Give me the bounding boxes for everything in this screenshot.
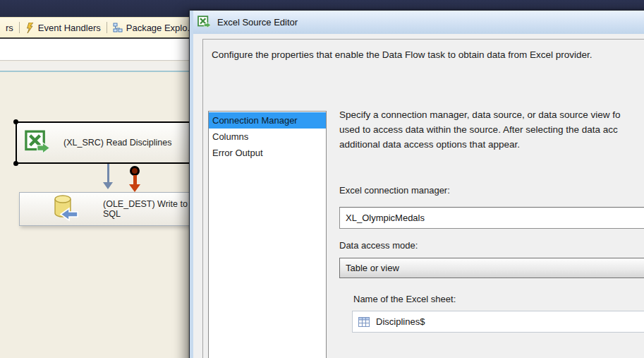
- info-line: used to access data within the source. A…: [339, 122, 620, 137]
- dialog-title: Excel Source Editor: [217, 17, 298, 28]
- dataflow-destination-label: (OLE_DEST) Write to SQL: [103, 199, 191, 219]
- excel-icon: [25, 130, 51, 155]
- dataflow-source-label: (XL_SRC) Read Disciplines: [63, 138, 172, 148]
- excel-source-editor-dialog: Excel Source Editor Configure the proper…: [189, 10, 644, 358]
- excel-connection-manager-value: XL_OlympicMedals: [346, 213, 425, 223]
- dialog-client-area: Configure the properties that enable the…: [193, 34, 644, 358]
- error-path-origin[interactable]: [130, 166, 140, 176]
- dialog-titlebar[interactable]: Excel Source Editor: [193, 11, 644, 34]
- page-item-connection-manager[interactable]: Connection Manager: [209, 112, 326, 129]
- tab-event-handlers-label: Event Handlers: [38, 23, 101, 33]
- tab-truncated-label: rs: [6, 23, 13, 33]
- data-access-mode-label: Data access mode:: [339, 240, 418, 251]
- tab-event-handlers[interactable]: Event Handlers: [20, 18, 107, 37]
- error-path-arrowhead[interactable]: [129, 184, 140, 192]
- data-access-mode-value: Table or view: [346, 263, 399, 273]
- package-explorer-icon: [113, 23, 123, 33]
- screenshot-root: rs Event Handlers Package Ex: [0, 0, 644, 358]
- connection-manager-info-text: Specify a connection manager, data sourc…: [339, 107, 620, 152]
- info-line: Specify a connection manager, data sourc…: [339, 107, 620, 122]
- data-access-mode-combo[interactable]: Table or view: [339, 258, 644, 278]
- excel-sheet-name-value: Disciplines$: [376, 316, 425, 327]
- data-path-arrowhead[interactable]: [103, 182, 113, 189]
- excel-connection-manager-combo[interactable]: XL_OlympicMedals: [339, 207, 644, 229]
- excel-icon: [198, 16, 212, 29]
- dataflow-source-box[interactable]: (XL_SRC) Read Disciplines: [16, 121, 192, 164]
- page-item-columns[interactable]: Columns: [209, 129, 326, 145]
- page-item-error-output[interactable]: Error Output: [209, 145, 326, 161]
- database-arrow-icon: [51, 194, 79, 224]
- lightning-icon: [25, 23, 35, 33]
- dialog-pages-list: Connection Manager Columns Error Output: [208, 111, 327, 358]
- excel-sheet-name-combo[interactable]: Disciplines$: [352, 311, 644, 333]
- excel-sheet-name-label: Name of the Excel sheet:: [353, 294, 456, 304]
- tab-package-explorer[interactable]: Package Explo..: [107, 18, 198, 37]
- dialog-description: Configure the properties that enable the…: [212, 49, 644, 60]
- data-path-connector[interactable]: [107, 164, 109, 184]
- tab-package-explorer-label: Package Explo..: [126, 23, 193, 33]
- info-line: additional data access options that appe…: [339, 137, 620, 152]
- excel-connection-manager-label: Excel connection manager:: [339, 185, 450, 196]
- selection-handle[interactable]: [13, 161, 18, 166]
- tab-truncated[interactable]: rs: [0, 18, 19, 37]
- selection-handle[interactable]: [13, 119, 18, 124]
- dataflow-destination-box[interactable]: (OLE_DEST) Write to SQL: [19, 192, 192, 226]
- table-icon: [358, 317, 370, 327]
